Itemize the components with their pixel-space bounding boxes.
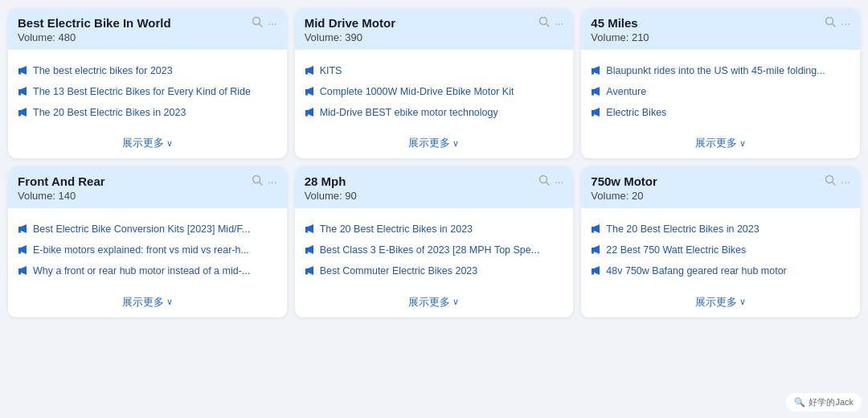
card-1-result-1-text: The best electric bikes for 2023 xyxy=(33,64,173,79)
svg-marker-31 xyxy=(594,108,600,117)
svg-line-45 xyxy=(546,182,549,186)
card-6-search-icon[interactable] xyxy=(825,174,836,188)
svg-marker-58 xyxy=(594,224,600,233)
card-5-result-1-megaphone-icon xyxy=(305,223,315,238)
card-2-result-3[interactable]: Mid-Drive BEST ebike motor technology xyxy=(305,106,564,121)
svg-line-34 xyxy=(259,182,262,186)
card-6-title: 750w Motor xyxy=(591,174,825,188)
card-6-result-1[interactable]: The 20 Best Electric Bikes in 2023 xyxy=(591,223,850,238)
card-5-show-more-button[interactable]: 展示更多 ∨ xyxy=(408,295,459,309)
card-5-search-icon[interactable] xyxy=(538,174,550,188)
svg-rect-48 xyxy=(305,231,308,233)
card-6-result-3[interactable]: 48v 750w Bafang geared rear hub motor xyxy=(591,264,850,280)
card-2-result-1[interactable]: KITS xyxy=(305,64,564,80)
card-1-body: The best electric bikes for 2023 The 13 … xyxy=(8,50,287,131)
card-3-result-1[interactable]: Blaupunkt rides into the US with 45-mile… xyxy=(591,64,850,80)
svg-rect-18 xyxy=(305,93,308,96)
card-1-show-more-button[interactable]: 展示更多 ∨ xyxy=(122,136,173,150)
card-4-result-3-megaphone-icon xyxy=(18,265,28,280)
card-1-result-1-megaphone-icon xyxy=(18,65,28,80)
card-5-result-3[interactable]: Best Commuter Electric Bikes 2023 xyxy=(305,264,564,280)
svg-marker-27 xyxy=(592,89,594,93)
card-1-result-3[interactable]: The 20 Best Electric Bikes in 2023 xyxy=(18,106,277,121)
card-3-more-icon[interactable]: ··· xyxy=(841,17,850,30)
card-4-result-1-text: Best Electric Bike Conversion Kits [2023… xyxy=(33,223,250,237)
svg-marker-49 xyxy=(305,248,308,252)
card-1-title: Best Electric Bike In World xyxy=(18,16,252,30)
card-2: Mid Drive Motor···Volume: 390 KITS Compl… xyxy=(295,8,574,158)
card-3-result-3[interactable]: Electric Bikes xyxy=(591,106,850,121)
card-3-chevron-down-icon: ∨ xyxy=(739,138,746,149)
card-3-result-2-megaphone-icon xyxy=(591,86,601,100)
card-3-search-icon[interactable] xyxy=(825,16,836,30)
card-1-result-2[interactable]: The 13 Best Electric Bikes for Every Kin… xyxy=(18,85,277,100)
svg-marker-42 xyxy=(21,266,27,275)
card-2-footer: 展示更多 ∨ xyxy=(295,131,574,158)
card-5-result-2[interactable]: Best Class 3 E-Bikes of 2023 [28 MPH Top… xyxy=(305,244,564,259)
card-6-show-more-button[interactable]: 展示更多 ∨ xyxy=(695,295,746,309)
card-6-result-2[interactable]: 22 Best 750 Watt Electric Bikes xyxy=(591,244,850,259)
card-3: 45 Miles···Volume: 210 Blaupunkt rides i… xyxy=(581,8,860,158)
card-1-result-1[interactable]: The best electric bikes for 2023 xyxy=(18,64,277,80)
card-2-header: Mid Drive Motor···Volume: 390 xyxy=(295,8,574,50)
svg-marker-60 xyxy=(592,248,594,252)
card-4-result-3[interactable]: Why a front or rear hub motor instead of… xyxy=(18,264,277,280)
card-2-show-more-button[interactable]: 展示更多 ∨ xyxy=(408,136,459,150)
svg-rect-29 xyxy=(592,93,594,96)
card-3-show-more-button[interactable]: 展示更多 ∨ xyxy=(695,136,746,150)
svg-rect-7 xyxy=(18,93,21,96)
card-3-result-2[interactable]: Aventure xyxy=(591,85,850,100)
svg-marker-61 xyxy=(594,245,600,254)
svg-rect-40 xyxy=(18,252,21,254)
card-1-search-icon[interactable] xyxy=(252,16,263,30)
svg-marker-16 xyxy=(305,89,308,93)
svg-rect-32 xyxy=(592,114,594,117)
svg-rect-65 xyxy=(592,273,594,275)
card-1-more-icon[interactable]: ··· xyxy=(268,17,277,30)
card-6-footer: 展示更多 ∨ xyxy=(581,290,860,318)
svg-rect-43 xyxy=(18,273,21,275)
card-6: 750w Motor···Volume: 20 The 20 Best Elec… xyxy=(581,166,860,317)
card-4-result-1-megaphone-icon xyxy=(18,223,28,238)
card-6-chevron-down-icon: ∨ xyxy=(739,297,746,307)
svg-rect-54 xyxy=(305,273,308,275)
svg-rect-15 xyxy=(305,72,308,75)
card-3-footer: 展示更多 ∨ xyxy=(581,131,860,158)
card-4-result-1[interactable]: Best Electric Bike Conversion Kits [2023… xyxy=(18,223,277,238)
card-1-result-2-text: The 13 Best Electric Bikes for Every Kin… xyxy=(33,85,251,100)
card-1-show-more-label: 展示更多 xyxy=(122,136,164,150)
card-2-result-2[interactable]: Complete 1000W Mid-Drive Ebike Motor Kit xyxy=(305,85,564,100)
card-4-result-2[interactable]: E-bike motors explained: front vs mid vs… xyxy=(18,244,277,259)
card-6-result-1-megaphone-icon xyxy=(591,223,601,238)
card-5-result-1-text: The 20 Best Electric Bikes in 2023 xyxy=(320,223,473,237)
card-5-title: 28 Mph xyxy=(305,174,538,188)
svg-line-23 xyxy=(833,24,836,27)
card-5-header: 28 Mph···Volume: 90 xyxy=(295,166,574,208)
card-5-more-icon[interactable]: ··· xyxy=(555,175,564,188)
card-5-volume: Volume: 90 xyxy=(305,190,564,202)
card-5-result-3-text: Best Commuter Electric Bikes 2023 xyxy=(320,264,478,279)
svg-marker-38 xyxy=(18,248,21,252)
card-5-footer: 展示更多 ∨ xyxy=(295,290,574,318)
card-4-search-icon[interactable] xyxy=(252,174,263,188)
card-6-result-2-text: 22 Best 750 Watt Electric Bikes xyxy=(606,244,746,258)
card-2-search-icon[interactable] xyxy=(538,16,550,30)
card-5-chevron-down-icon: ∨ xyxy=(452,297,459,307)
svg-marker-19 xyxy=(305,110,308,114)
card-5-result-1[interactable]: The 20 Best Electric Bikes in 2023 xyxy=(305,223,564,238)
card-4-more-icon[interactable]: ··· xyxy=(268,175,277,188)
card-4: Front And Rear···Volume: 140 Best Electr… xyxy=(8,166,287,317)
card-6-more-icon[interactable]: ··· xyxy=(841,175,850,188)
card-4-result-3-text: Why a front or rear hub motor instead of… xyxy=(33,264,250,279)
svg-marker-20 xyxy=(308,108,313,117)
card-2-volume: Volume: 390 xyxy=(305,31,564,43)
card-6-result-1-text: The 20 Best Electric Bikes in 2023 xyxy=(606,223,759,237)
svg-rect-37 xyxy=(18,231,21,233)
card-3-show-more-label: 展示更多 xyxy=(695,136,737,150)
card-3-result-2-text: Aventure xyxy=(606,85,646,100)
svg-line-1 xyxy=(259,24,262,27)
card-4-show-more-button[interactable]: 展示更多 ∨ xyxy=(122,295,173,309)
card-2-more-icon[interactable]: ··· xyxy=(555,17,564,30)
svg-rect-4 xyxy=(18,72,21,75)
card-4-title: Front And Rear xyxy=(18,174,252,188)
